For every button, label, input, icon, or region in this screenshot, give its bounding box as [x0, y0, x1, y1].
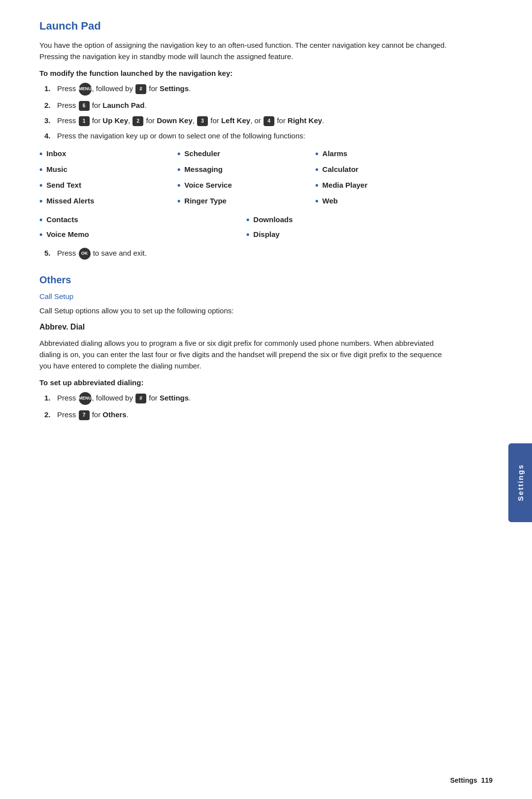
step-5-num: 5.	[44, 247, 55, 259]
key-7: 7	[79, 410, 90, 420]
call-setup-text: Call Setup options allow you to set up t…	[39, 305, 453, 316]
func-alarms: Alarms	[315, 148, 453, 160]
step-4: 4. Press the navigation key up or down t…	[44, 130, 453, 141]
func-voice-memo: Voice Memo	[39, 229, 246, 240]
step-5: 5. Press OK to save and exit.	[44, 247, 453, 260]
others-title: Others	[39, 274, 453, 286]
abbrev-heading: To set up abbreviated dialing:	[39, 377, 453, 388]
func-web: Web	[315, 195, 453, 207]
func-send-text: Send Text	[39, 179, 177, 191]
abbrev-step-1: 1. Press MENU, followed by # for Setting…	[44, 392, 453, 405]
func-media-player: Media Player	[315, 179, 453, 191]
key-4: 4	[264, 116, 274, 126]
func-messaging: Messaging	[177, 164, 315, 175]
step-2-num: 2.	[44, 100, 55, 111]
abbrev-dial-title: Abbrev. Dial	[39, 321, 453, 333]
key-3: 3	[197, 116, 208, 126]
page-container: Launch Pad You have the option of assign…	[0, 0, 493, 456]
func-contacts: Contacts	[39, 214, 246, 226]
footer: Settings 119	[450, 776, 493, 784]
ok-key: OK	[79, 248, 91, 260]
func-missed-alerts: Missed Alerts	[39, 195, 177, 207]
func-scheduler: Scheduler	[177, 148, 315, 160]
menu-key-2: MENU	[79, 392, 92, 405]
step-1-num: 1.	[44, 83, 55, 94]
step-1-content: Press MENU, followed by # for Settings.	[57, 83, 453, 96]
step-2: 2. Press 6 for Launch Pad.	[44, 100, 453, 111]
step-2-content: Press 6 for Launch Pad.	[57, 100, 453, 111]
func-calculator: Calculator	[315, 164, 453, 175]
func-ringer-type: Ringer Type	[177, 195, 315, 207]
step-1: 1. Press MENU, followed by # for Setting…	[44, 83, 453, 96]
side-tab-label: Settings	[516, 464, 525, 501]
abbrev-step-2-content: Press 7 for Others.	[57, 409, 453, 420]
func-downloads: Downloads	[246, 214, 453, 226]
func-inbox: Inbox	[39, 148, 177, 160]
step-3-num: 3.	[44, 115, 55, 126]
step-4-num: 4.	[44, 130, 55, 141]
launch-pad-title: Launch Pad	[39, 20, 453, 33]
step-5-content: Press OK to save and exit.	[57, 247, 453, 260]
func-display: Display	[246, 229, 453, 240]
abbrev-step-2-num: 2.	[44, 409, 55, 420]
launch-pad-steps: 1. Press MENU, followed by # for Setting…	[39, 83, 453, 142]
abbrev-steps: 1. Press MENU, followed by # for Setting…	[39, 392, 453, 420]
launch-pad-intro: You have the option of assigning the nav…	[39, 39, 453, 63]
key-2: 2	[133, 116, 143, 126]
hash-key-2: #	[135, 394, 146, 403]
abbrev-step-2: 2. Press 7 for Others.	[44, 409, 453, 420]
step-4-content: Press the navigation key up or down to s…	[57, 130, 453, 141]
step-3-content: Press 1 for Up Key, 2 for Down Key, 3 fo…	[57, 115, 453, 126]
func-voice-service: Voice Service	[177, 179, 315, 191]
key-6: 6	[79, 101, 90, 111]
abbrev-step-1-content: Press MENU, followed by # for Settings.	[57, 392, 453, 405]
functions-2col-grid: Contacts Downloads Voice Memo Display	[39, 214, 453, 240]
functions-3col-grid: Inbox Scheduler Alarms Music Messaging C…	[39, 148, 453, 207]
call-setup-title: Call Setup	[39, 291, 453, 302]
modify-heading: To modify the function launched by the n…	[39, 67, 453, 79]
abbrev-dial-text: Abbreviated dialing allows you to progra…	[39, 337, 453, 372]
step-5-list: 5. Press OK to save and exit.	[39, 247, 453, 260]
func-music: Music	[39, 164, 177, 175]
footer-page: 119	[481, 776, 493, 784]
key-1: 1	[79, 116, 90, 126]
side-tab: Settings	[508, 443, 532, 522]
footer-label: Settings	[450, 776, 477, 784]
step-3: 3. Press 1 for Up Key, 2 for Down Key, 3…	[44, 115, 453, 126]
abbrev-step-1-num: 1.	[44, 392, 55, 403]
hash-key-1: #	[135, 84, 146, 94]
menu-key-1: MENU	[79, 83, 92, 96]
